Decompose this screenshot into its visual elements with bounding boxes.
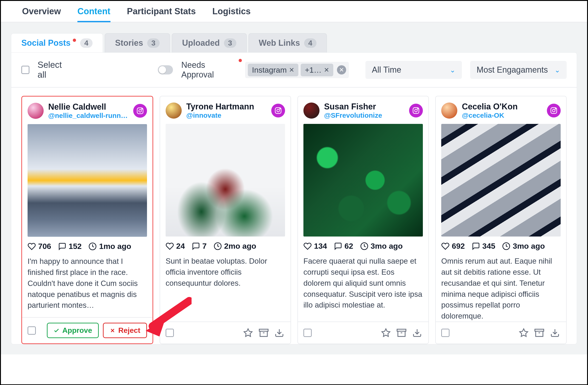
topnav-content[interactable]: Content: [77, 6, 110, 22]
approve-button[interactable]: Approve: [47, 323, 99, 338]
needs-approval-label: Needs Approval: [181, 60, 237, 80]
likes-stat: 692: [441, 242, 465, 250]
svg-point-2: [142, 109, 142, 109]
likes-stat: 706: [28, 242, 51, 251]
close-icon[interactable]: ✕: [324, 66, 329, 74]
close-icon[interactable]: ✕: [289, 66, 294, 74]
download-button[interactable]: [411, 327, 423, 339]
avatar[interactable]: [303, 103, 319, 119]
author-handle[interactable]: @nellie_caldwell-running: [48, 112, 129, 119]
star-icon: [519, 328, 528, 338]
toolbar: Select all Needs Approval Instagram✕ +1……: [11, 53, 577, 88]
instagram-icon[interactable]: [409, 104, 423, 117]
check-icon: [54, 328, 60, 334]
svg-marker-10: [244, 329, 252, 337]
svg-marker-18: [382, 329, 390, 337]
subtab-web-links[interactable]: Web Links 4: [249, 33, 327, 52]
post-image[interactable]: [303, 124, 423, 237]
comments-stat: 62: [334, 242, 353, 250]
instagram-icon[interactable]: [547, 104, 561, 117]
select-all-label: Select all: [38, 60, 71, 80]
svg-point-23: [552, 109, 555, 112]
clear-filters-button[interactable]: ✕: [337, 65, 346, 74]
filter-chip-instagram[interactable]: Instagram✕: [248, 64, 298, 76]
post-stats: 706 152 1mo ago: [28, 242, 147, 251]
comment-icon: [192, 242, 200, 250]
author-handle[interactable]: @innovate: [186, 112, 267, 119]
svg-point-7: [277, 109, 279, 112]
author-name[interactable]: Susan Fisher: [324, 102, 404, 112]
star-icon: [381, 328, 391, 338]
instagram-icon[interactable]: [271, 104, 285, 117]
archive-button[interactable]: [396, 327, 407, 339]
subtab-count: 4: [304, 38, 316, 48]
card-select-checkbox[interactable]: [28, 326, 36, 335]
subtab-label: Social Posts: [21, 38, 70, 48]
download-button[interactable]: [273, 327, 285, 339]
heart-icon: [28, 242, 36, 250]
favorite-button[interactable]: [242, 327, 254, 339]
post-stats: 134 62 3mo ago: [303, 242, 423, 250]
card-select-checkbox[interactable]: [166, 329, 174, 337]
download-icon: [274, 328, 284, 338]
comments-stat: 7: [192, 242, 207, 250]
topnav-overview[interactable]: Overview: [22, 6, 61, 22]
post-card: Nellie Caldwell @nellie_caldwell-running…: [21, 96, 153, 344]
comment-icon: [472, 242, 480, 250]
post-caption: Sunt in beatae voluptas. Dolor officia i…: [166, 256, 285, 289]
svg-point-16: [417, 109, 418, 109]
archive-button[interactable]: [258, 327, 270, 339]
post-image[interactable]: [28, 124, 147, 237]
filter-chip-more[interactable]: +1…✕: [301, 64, 333, 76]
topnav-participant-stats[interactable]: Participant Stats: [127, 6, 196, 22]
favorite-button[interactable]: [380, 327, 392, 339]
time-filter-dropdown[interactable]: All Time ⌄: [365, 61, 462, 79]
sort-dropdown[interactable]: Most Engagaments ⌄: [470, 61, 567, 79]
instagram-icon[interactable]: [133, 104, 147, 118]
reject-button[interactable]: Reject: [103, 323, 147, 338]
subtab-count: 4: [80, 38, 93, 48]
svg-point-1: [139, 109, 141, 112]
svg-rect-19: [397, 329, 406, 331]
needs-approval-toggle[interactable]: [158, 65, 173, 74]
post-image[interactable]: [441, 124, 561, 237]
subtab-count: 3: [224, 38, 236, 48]
time-stat: 1mo ago: [88, 242, 131, 251]
post-card: Cecelia O'Kon @cecelia-OK 692 345 3mo ag…: [435, 96, 567, 344]
subtab-social-posts[interactable]: Social Posts 4: [11, 33, 103, 52]
post-image[interactable]: [166, 124, 285, 237]
card-select-checkbox[interactable]: [441, 329, 449, 337]
comment-icon: [58, 242, 66, 250]
likes-stat: 24: [166, 242, 185, 250]
author-handle[interactable]: @SFrevolutionize: [324, 112, 404, 119]
download-button[interactable]: [549, 327, 561, 339]
notification-dot-icon: [239, 59, 242, 62]
sub-tabs: Social Posts 4 Stories 3 Uploaded 3 Web …: [11, 22, 577, 52]
svg-rect-27: [535, 329, 544, 331]
card-select-checkbox[interactable]: [303, 329, 312, 337]
author-name[interactable]: Cecelia O'Kon: [462, 102, 542, 112]
likes-stat: 134: [303, 242, 327, 250]
heart-icon: [441, 242, 449, 250]
avatar[interactable]: [166, 103, 182, 119]
archive-button[interactable]: [534, 327, 545, 339]
clock-icon: [88, 242, 97, 250]
avatar[interactable]: [28, 103, 44, 119]
subtab-uploaded[interactable]: Uploaded 3: [172, 33, 247, 52]
x-icon: [109, 328, 116, 334]
notification-dot-icon: [73, 39, 76, 42]
select-all-checkbox[interactable]: [21, 66, 29, 74]
post-caption: I'm happy to announce that I finished fi…: [28, 256, 147, 311]
comment-icon: [334, 242, 342, 250]
author-handle[interactable]: @cecelia-OK: [462, 112, 542, 119]
favorite-button[interactable]: [518, 327, 529, 339]
author-name[interactable]: Tyrone Hartmann: [186, 102, 267, 112]
subtab-stories[interactable]: Stories 3: [105, 33, 170, 52]
subtab-label: Stories: [115, 38, 143, 48]
author-name[interactable]: Nellie Caldwell: [48, 102, 129, 112]
svg-point-24: [555, 109, 556, 109]
subtab-count: 3: [147, 38, 160, 48]
avatar[interactable]: [441, 103, 457, 119]
topnav-logistics[interactable]: Logistics: [212, 6, 251, 22]
archive-icon: [259, 328, 269, 338]
